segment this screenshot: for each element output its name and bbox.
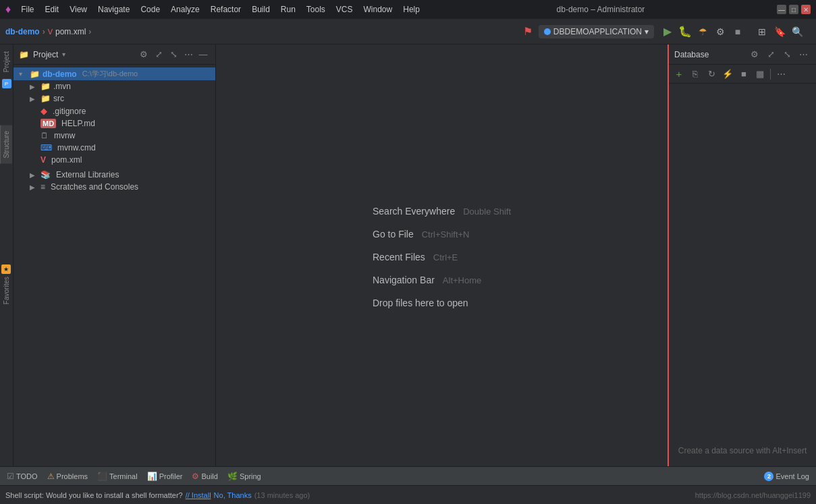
- left-side-panel: Project P: [0, 45, 13, 469]
- debug-button[interactable]: 🐛: [677, 24, 693, 40]
- root-expand-icon: ▾: [19, 70, 27, 78]
- run-button[interactable]: ▶: [659, 24, 676, 40]
- db-expand-button[interactable]: ⤢: [763, 47, 778, 62]
- run-action-buttons: ▶ 🐛 ☂ ⚙ ■: [659, 24, 746, 40]
- src-name: src: [53, 94, 64, 103]
- menu-help[interactable]: Help: [398, 3, 425, 16]
- pom-filename[interactable]: pom.xml: [55, 27, 86, 36]
- tree-item-pomxml[interactable]: V pom.xml: [13, 154, 215, 166]
- search-button[interactable]: 🔍: [789, 24, 805, 40]
- problems-label: Problems: [57, 472, 88, 480]
- db-collapse-button[interactable]: ⤡: [780, 47, 794, 62]
- tree-item-mvn[interactable]: ▶ 📁 .mvn: [13, 80, 215, 92]
- menu-file[interactable]: File: [16, 3, 38, 16]
- menu-view[interactable]: View: [65, 3, 92, 16]
- navbar-label: Navigation Bar: [373, 275, 435, 285]
- project-more-button[interactable]: ⋯: [182, 48, 195, 61]
- run-config-selector[interactable]: DBDEMOAPPLICATION ▾: [539, 25, 654, 38]
- no-thanks-link[interactable]: No, Thanks: [214, 491, 252, 499]
- navbar-shortcut: Alt+Home: [443, 275, 481, 285]
- extlibs-name: External Libraries: [56, 170, 119, 179]
- mvn-expand-icon: ▶: [30, 83, 38, 90]
- menu-code[interactable]: Code: [136, 3, 165, 16]
- project-expand-button[interactable]: ⤢: [152, 48, 165, 61]
- status-bar: ☑ TODO ⚠ Problems ⬛ Terminal 📊 Profiler …: [0, 466, 816, 485]
- db-copy-button[interactable]: ⎘: [688, 67, 703, 82]
- tree-item-mvnwcmd[interactable]: ⌨ mvnw.cmd: [13, 142, 215, 154]
- close-button[interactable]: ✕: [801, 5, 811, 14]
- tree-item-mvnw[interactable]: 🗒 mvnw: [13, 130, 215, 142]
- db-grid-button[interactable]: ▦: [753, 67, 767, 82]
- tree-item-src[interactable]: ▶ 📁 src: [13, 92, 215, 105]
- project-breadcrumb: db-demo › V pom.xml ›: [5, 27, 91, 36]
- project-settings-button[interactable]: ⚙: [137, 48, 151, 61]
- mvnwcmd-icon: ⌨: [40, 143, 52, 152]
- maximize-button[interactable]: □: [789, 5, 798, 14]
- tree-root[interactable]: ▾ 📁 db-demo C:\学习\db-demo: [13, 67, 215, 80]
- mvn-folder-icon: 📁: [40, 82, 51, 91]
- tree-item-helpmd[interactable]: MD HELP.md: [13, 117, 215, 130]
- pom-icon: V: [48, 28, 53, 36]
- db-settings-button[interactable]: ⚙: [747, 47, 762, 62]
- menu-refactor[interactable]: Refactor: [206, 3, 246, 16]
- menu-analyze[interactable]: Analyze: [166, 3, 205, 16]
- coverage-button[interactable]: ☂: [695, 24, 711, 40]
- favorites-side-tab[interactable]: ★ Favorites: [0, 260, 12, 308]
- notification-text: Shell script: Would you like to install …: [5, 491, 183, 499]
- project-panel-title: Project: [33, 50, 58, 59]
- db-add-button[interactable]: +: [672, 67, 686, 82]
- grid-icon-button[interactable]: ⊞: [754, 24, 770, 40]
- titlebar: ♦ File Edit View Navigate Code Analyze R…: [0, 0, 816, 19]
- notification-bar: Shell script: Would you like to install …: [0, 485, 816, 504]
- md-icon: MD: [40, 119, 56, 128]
- menu-window[interactable]: Window: [359, 3, 398, 16]
- search-everywhere-label: Search Everywhere: [373, 206, 455, 217]
- project-name[interactable]: db-demo: [5, 27, 40, 36]
- db-stop-button[interactable]: ■: [736, 67, 751, 82]
- scratches-icon: ≡: [40, 182, 45, 192]
- menu-edit[interactable]: Edit: [40, 3, 64, 16]
- favorites-label: Favorites: [3, 277, 10, 304]
- menu-navigate[interactable]: Navigate: [93, 3, 134, 16]
- menu-build[interactable]: Build: [247, 3, 275, 16]
- stop-button[interactable]: ■: [730, 24, 746, 40]
- project-panel: 📁 Project ▾ ⚙ ⤢ ⤡ ⋯ — ▾ 📁 db-demo C:\学习\…: [13, 45, 216, 469]
- todo-label: TODO: [16, 472, 38, 480]
- build-tab[interactable]: ⚙ Build: [188, 470, 221, 482]
- database-toolbar: + ⎘ ↻ ⚡ ■ ▦ ⋯: [669, 65, 816, 84]
- db-run-button[interactable]: ⚡: [720, 67, 735, 82]
- menu-tools[interactable]: Tools: [302, 3, 330, 16]
- spring-tab[interactable]: 🌿 Spring: [223, 470, 265, 482]
- problems-tab[interactable]: ⚠ Problems: [43, 470, 92, 482]
- welcome-navbar: Navigation Bar Alt+Home: [373, 275, 481, 285]
- tree-item-external-libs[interactable]: ▶ 📚 External Libraries: [13, 169, 215, 181]
- tree-item-gitignore[interactable]: ◆ .gitignore: [13, 105, 215, 117]
- terminal-tab[interactable]: ⬛ Terminal: [93, 470, 142, 482]
- main-toolbar: db-demo › V pom.xml › ⚑ DBDEMOAPPLICATIO…: [0, 19, 816, 45]
- todo-tab[interactable]: ☑ TODO: [3, 470, 42, 482]
- event-log-tab[interactable]: 2 Event Log: [760, 470, 813, 482]
- spring-icon: 🌿: [227, 472, 238, 481]
- database-panel-header: Database ⚙ ⤢ ⤡ ⋯: [669, 45, 816, 65]
- project-collapse-button[interactable]: ⤡: [167, 48, 180, 61]
- terminal-label: Terminal: [109, 472, 138, 480]
- favorites-icon: ★: [1, 264, 11, 274]
- profiler-tab[interactable]: 📊 Profiler: [143, 470, 187, 482]
- minimize-button[interactable]: —: [777, 5, 786, 14]
- install-link[interactable]: // Install: [186, 491, 211, 499]
- menu-run[interactable]: Run: [276, 3, 300, 16]
- structure-side-tab[interactable]: Structure: [0, 125, 12, 164]
- project-side-tab[interactable]: Project: [1, 47, 11, 76]
- bookmark-button[interactable]: 🔖: [771, 24, 788, 40]
- db-refresh-button[interactable]: ↻: [704, 67, 719, 82]
- breadcrumb-arrow: ›: [88, 27, 91, 36]
- menu-vcs[interactable]: VCS: [331, 3, 358, 16]
- gitignore-name: .gitignore: [53, 107, 86, 116]
- search-everywhere-button[interactable]: ⚑: [520, 24, 536, 40]
- window-title: db-demo – Administrator: [430, 5, 771, 14]
- db-more-button[interactable]: ⋯: [796, 47, 811, 62]
- project-close-button[interactable]: —: [196, 48, 210, 61]
- tree-item-scratches[interactable]: ▶ ≡ Scratches and Consoles: [13, 181, 215, 193]
- db-more2-button[interactable]: ⋯: [773, 67, 788, 82]
- more-run-button[interactable]: ⚙: [712, 24, 728, 40]
